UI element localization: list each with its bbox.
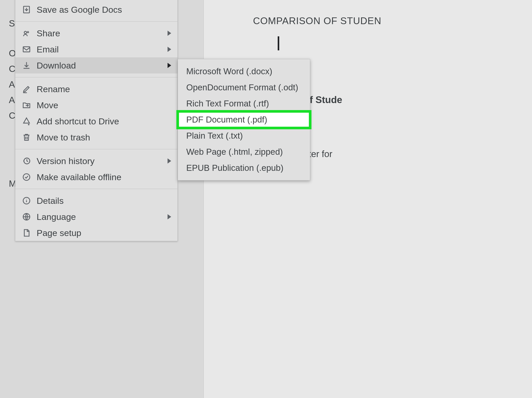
- menu-label: Download: [37, 60, 76, 71]
- history-icon: [22, 157, 31, 165]
- submenu-arrow-icon: [168, 214, 171, 219]
- svg-point-4: [23, 174, 30, 180]
- share-icon: [22, 29, 31, 38]
- save-docs-icon: [22, 5, 31, 14]
- move-to-trash-item[interactable]: Move to trash: [15, 129, 177, 145]
- submenu-arrow-icon: [168, 63, 171, 68]
- menu-label: Move to trash: [37, 132, 90, 143]
- download-docx-item[interactable]: Microsoft Word (.docx): [178, 63, 310, 79]
- info-icon: [22, 196, 31, 205]
- menu-label: Share: [37, 28, 60, 38]
- download-item[interactable]: Download: [15, 57, 177, 73]
- move-folder-icon: [22, 101, 31, 110]
- download-icon: [22, 61, 31, 70]
- submenu-arrow-icon: [168, 47, 171, 52]
- add-shortcut-item[interactable]: Add shortcut to Drive: [15, 113, 177, 129]
- email-item[interactable]: Email: [15, 41, 177, 57]
- details-item[interactable]: Details: [15, 193, 177, 209]
- svg-point-6: [26, 199, 27, 199]
- menu-label: Save as Google Docs: [37, 5, 122, 15]
- download-epub-item[interactable]: EPUB Publication (.epub): [178, 160, 310, 176]
- globe-icon: [22, 212, 31, 221]
- menu-label: Add shortcut to Drive: [37, 116, 119, 126]
- page-setup-item[interactable]: Page setup: [15, 225, 177, 241]
- menu-label: Language: [37, 212, 76, 222]
- doc-text-fragment: ter for: [309, 149, 332, 159]
- download-html-item[interactable]: Web Page (.html, zipped): [178, 144, 310, 160]
- menu-label: Details: [37, 196, 64, 206]
- download-submenu: Microsoft Word (.docx) OpenDocument Form…: [178, 59, 310, 180]
- menu-label: Rename: [37, 84, 70, 94]
- drive-shortcut-icon: [22, 117, 31, 126]
- version-history-item[interactable]: Version history: [15, 153, 177, 169]
- divider: [15, 77, 177, 77]
- save-as-google-docs-item[interactable]: Save as Google Docs: [15, 2, 177, 18]
- file-menu: Save as Google Docs Share Email Download…: [15, 0, 178, 241]
- doc-text-fragment: f Stude: [310, 95, 342, 105]
- svg-point-1: [24, 31, 26, 34]
- download-pdf-item[interactable]: PDF Document (.pdf): [178, 112, 310, 128]
- menu-label: Make available offline: [37, 172, 121, 182]
- available-offline-item[interactable]: Make available offline: [15, 169, 177, 185]
- menu-label: Move: [37, 100, 58, 110]
- offline-check-icon: [22, 173, 31, 181]
- download-rtf-item[interactable]: Rich Text Format (.rtf): [178, 96, 310, 112]
- email-icon: [22, 45, 31, 54]
- svg-rect-2: [23, 47, 30, 52]
- doc-title: COMPARISON OF STUDEN: [253, 16, 381, 26]
- text-cursor: [278, 36, 279, 50]
- divider: [15, 21, 177, 22]
- submenu-arrow-icon: [168, 31, 171, 36]
- menu-label: Email: [37, 44, 59, 55]
- share-item[interactable]: Share: [15, 25, 177, 41]
- menu-label: Version history: [37, 156, 95, 166]
- menu-label: Page setup: [37, 228, 81, 238]
- page-icon: [22, 228, 31, 237]
- move-item[interactable]: Move: [15, 97, 177, 113]
- submenu-arrow-icon: [168, 158, 171, 164]
- download-txt-item[interactable]: Plain Text (.txt): [178, 128, 310, 144]
- language-item[interactable]: Language: [15, 209, 177, 225]
- download-odt-item[interactable]: OpenDocument Format (.odt): [178, 79, 310, 96]
- trash-icon: [22, 133, 31, 142]
- divider: [15, 189, 177, 189]
- rename-icon: [22, 85, 31, 93]
- divider: [15, 149, 177, 149]
- rename-item[interactable]: Rename: [15, 81, 177, 97]
